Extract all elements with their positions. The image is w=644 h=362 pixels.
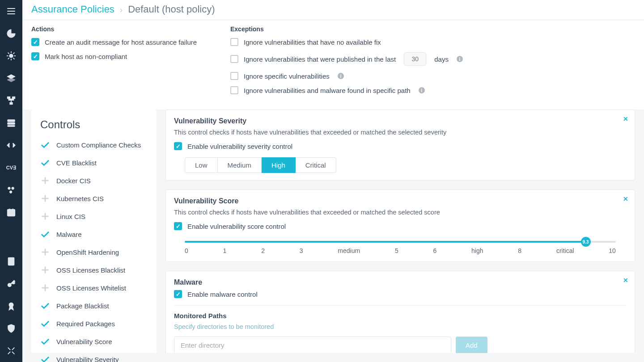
info-icon[interactable]: i — [338, 73, 344, 79]
exception-specific-checkbox[interactable] — [230, 72, 238, 80]
menu-icon[interactable] — [6, 6, 16, 16]
control-item[interactable]: Vulnerability Severity — [40, 354, 148, 362]
control-item[interactable]: Linux CIS — [40, 211, 148, 221]
exception-path-row: Ignore vulnerabilities and malware found… — [230, 86, 463, 94]
plus-icon — [40, 283, 50, 293]
score-slider[interactable]: 9.3 0123medium56high8critical10 — [185, 237, 616, 254]
check-icon — [40, 319, 50, 328]
severity-title: Vulnerability Severity — [174, 117, 627, 125]
actions-heading: Actions — [31, 25, 203, 33]
score-tick: high — [471, 247, 483, 254]
malware-enable-label: Enable malware control — [187, 290, 258, 298]
shield-icon[interactable] — [6, 324, 16, 333]
severity-level-low[interactable]: Low — [185, 157, 218, 173]
key-icon[interactable] — [6, 279, 16, 289]
cve-icon[interactable]: CV∃ — [6, 163, 16, 173]
breadcrumb-root-link[interactable]: Assurance Policies — [31, 4, 114, 15]
exception-path-checkbox[interactable] — [230, 86, 238, 94]
exception-published-row: Ignore vulnerabilities that were publish… — [230, 52, 463, 66]
severity-desc: This control checks if hosts have vulner… — [174, 129, 627, 136]
policy-top-settings: Actions Create an audit message for host… — [22, 20, 644, 109]
add-button[interactable]: Add — [456, 337, 487, 353]
helm-icon[interactable] — [6, 51, 16, 61]
control-item-label: OpenShift Hardening — [56, 248, 119, 256]
svg-rect-14 — [8, 120, 15, 122]
vulnerability-severity-card: ✕ Vulnerability Severity This control ch… — [165, 109, 635, 181]
score-ticks: 0123medium56high8critical10 — [185, 247, 616, 254]
plus-icon — [40, 211, 50, 221]
monitored-paths-heading: Monitored Paths — [174, 312, 627, 320]
control-item[interactable]: OSS Licenses Blacklist — [40, 265, 148, 275]
body-area: Controls Custom Compliance ChecksCVE Bla… — [22, 109, 644, 362]
control-item[interactable]: Docker CIS — [40, 176, 148, 185]
score-slider-thumb[interactable]: 9.3 — [581, 237, 591, 247]
exception-days-input[interactable] — [404, 52, 426, 66]
control-item[interactable]: Malware — [40, 229, 148, 239]
breadcrumb-separator: › — [120, 5, 123, 14]
control-item[interactable]: Custom Compliance Checks — [40, 140, 148, 150]
score-desc: This control checks if hosts have vulner… — [174, 209, 627, 216]
close-icon[interactable]: ✕ — [623, 195, 628, 202]
control-item[interactable]: CVE Blacklist — [40, 158, 148, 168]
score-tick: 10 — [609, 247, 616, 254]
directory-input[interactable] — [174, 337, 451, 353]
control-item-label: Kubernetes CIS — [56, 195, 104, 202]
severity-enable-checkbox[interactable] — [174, 142, 182, 150]
svg-point-0 — [9, 54, 13, 57]
check-icon — [40, 337, 50, 346]
control-item[interactable]: Kubernetes CIS — [40, 194, 148, 203]
score-enable-label: Enable vulnerability score control — [187, 223, 286, 230]
control-item[interactable]: OSS Licenses Whitelist — [40, 283, 148, 293]
severity-level-high[interactable]: High — [262, 157, 296, 173]
badge-icon[interactable] — [6, 301, 16, 311]
layers-icon[interactable] — [6, 73, 16, 83]
server-icon[interactable] — [6, 118, 16, 128]
control-item-label: CVE Blacklist — [56, 159, 97, 167]
code-icon[interactable] — [6, 140, 16, 150]
exception-nofix-label: Ignore vulnerabilities that have no avai… — [244, 38, 381, 46]
cards-column: ✕ Vulnerability Severity This control ch… — [165, 109, 635, 353]
control-item[interactable]: Package Blacklist — [40, 301, 148, 311]
close-icon[interactable]: ✕ — [623, 115, 628, 122]
control-item-label: Vulnerability Score — [56, 338, 112, 345]
exception-path-label: Ignore vulnerabilities and malware found… — [244, 87, 411, 94]
control-item[interactable]: OpenShift Hardening — [40, 247, 148, 257]
score-tick: 8 — [518, 247, 521, 254]
calendar-icon[interactable] — [6, 207, 16, 217]
action-noncompliant-checkbox[interactable] — [31, 52, 39, 60]
exception-specific-label: Ignore specific vulnerabilities — [244, 72, 330, 80]
exception-published-checkbox[interactable] — [230, 55, 238, 63]
breadcrumb-bar: Assurance Policies › Default (host polic… — [22, 0, 644, 20]
controls-heading: Controls — [40, 118, 148, 131]
action-noncompliant-label: Mark host as non-compliant — [45, 53, 127, 60]
control-item[interactable]: Vulnerability Score — [40, 337, 148, 346]
score-enable-checkbox[interactable] — [174, 222, 182, 230]
action-audit-checkbox[interactable] — [31, 38, 39, 46]
close-icon[interactable]: ✕ — [623, 277, 628, 284]
control-item-label: Vulnerability Severity — [56, 356, 119, 362]
exception-nofix-checkbox[interactable] — [230, 38, 238, 46]
score-tick: 0 — [185, 247, 188, 254]
flow-icon[interactable] — [6, 96, 16, 105]
doc-icon[interactable] — [6, 257, 16, 266]
action-audit-label: Create an audit message for host assuran… — [45, 38, 197, 46]
control-item-label: Malware — [56, 231, 82, 238]
svg-point-19 — [9, 191, 12, 194]
actions-column: Actions Create an audit message for host… — [31, 25, 203, 101]
info-icon[interactable]: i — [419, 87, 425, 93]
plus-icon — [40, 265, 50, 275]
info-icon[interactable]: i — [457, 56, 463, 62]
controls-panel: Controls Custom Compliance ChecksCVE Bla… — [31, 109, 157, 353]
severity-level-medium[interactable]: Medium — [218, 157, 262, 173]
exceptions-heading: Exceptions — [230, 25, 463, 33]
severity-level-critical[interactable]: Critical — [296, 157, 336, 173]
control-item[interactable]: Required Packages — [40, 319, 148, 328]
tools-icon[interactable] — [6, 346, 16, 356]
nav-sidebar: CV∃ — [0, 0, 22, 362]
svg-line-6 — [13, 58, 15, 59]
malware-enable-checkbox[interactable] — [174, 290, 182, 298]
action-noncompliant-row: Mark host as non-compliant — [31, 52, 203, 60]
molecule-icon[interactable] — [6, 185, 16, 195]
malware-card: ✕ Malware Enable malware control Monitor… — [165, 271, 635, 353]
dashboard-icon[interactable] — [6, 29, 16, 38]
